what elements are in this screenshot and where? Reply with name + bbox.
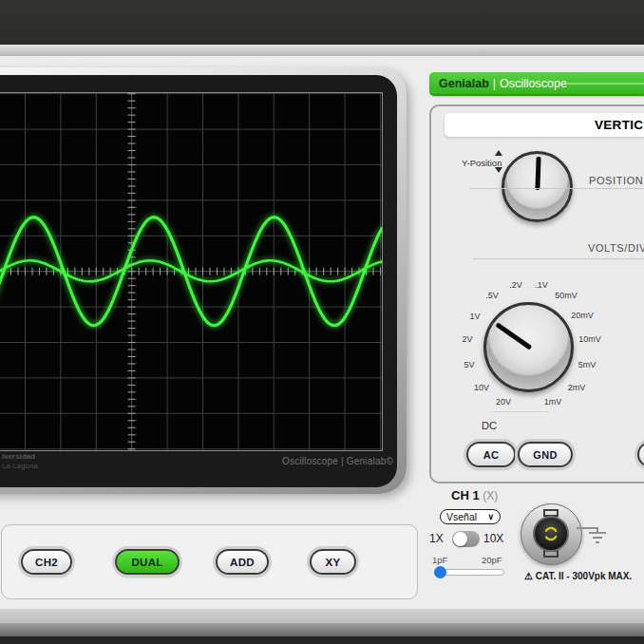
dial-label-p2V[interactable]: .2V (509, 280, 522, 290)
position-label: POSITION (589, 175, 643, 186)
coupling-divider (491, 411, 549, 412)
y-position-knob-pointer (535, 157, 540, 190)
dial-label-2mV[interactable]: 2mV (568, 383, 586, 392)
dial-label-20mV[interactable]: 20mV (571, 311, 594, 320)
y-position-knob[interactable] (502, 151, 573, 222)
bottom-metal-strip (0, 609, 644, 623)
volts-div-divider (472, 258, 644, 259)
university-watermark: iversidad La Laguna (2, 452, 38, 471)
channel-title: CH 1 (X) (451, 488, 498, 502)
dial-label-5mV[interactable]: 5mV (578, 360, 597, 369)
vertical-panel-titlebar: VERTICAL (445, 113, 644, 137)
channel-name: CH 1 (451, 488, 480, 502)
y-position-knob-rotor (503, 153, 571, 220)
dial-label-5V[interactable]: 5V (464, 360, 474, 369)
probe-1x-label: 1X (429, 532, 444, 545)
bottom-shadow-strip (0, 623, 644, 636)
dial-label-1V[interactable]: 1V (469, 312, 480, 321)
vertical-panel-title: VERTICAL (595, 118, 644, 132)
channel-axis: (X) (483, 489, 498, 502)
app-brand: Genialab (439, 77, 489, 90)
volts-div-knob-pointer (495, 323, 532, 350)
position-divider (470, 188, 644, 189)
y-position-down-arrow-icon[interactable] (495, 167, 502, 173)
cap-min-label: 1pF (432, 555, 447, 565)
coupling-button-ac[interactable]: AC (466, 442, 516, 467)
signal-select[interactable]: Vseñal ∨ (440, 509, 501, 524)
mode-button-ch2[interactable]: CH2 (21, 549, 72, 575)
cap-slider-knob[interactable] (434, 566, 446, 578)
app-separator: | (493, 77, 496, 90)
dial-label-20V[interactable]: 20V (496, 397, 511, 407)
volts-div-knob[interactable] (483, 302, 574, 392)
mode-button-dual[interactable]: DUAL (115, 549, 180, 575)
dial-label-1mV[interactable]: 1mV (544, 397, 562, 407)
bottom-dark-strip (0, 636, 644, 644)
cat-warning: ⚠ CAT. II - 300Vpk MAX. (524, 571, 632, 581)
bnc-rotate-icon (542, 525, 559, 542)
dial-label-2V[interactable]: 2V (462, 334, 472, 344)
probe-toggle-knob[interactable] (453, 532, 467, 546)
top-metal-strip (0, 45, 644, 56)
top-dark-bar (0, 0, 644, 45)
dial-label-10V[interactable]: 10V (474, 383, 489, 392)
screen-brand-caption: Oscilloscope | Genialab© (282, 456, 393, 466)
scope-screen (0, 92, 383, 451)
watermark-line1: iversidad (2, 452, 35, 461)
y-position-up-arrow-icon[interactable] (495, 150, 502, 156)
signal-select-value: Vseñal (446, 511, 477, 522)
probe-10x-label: 10X (483, 532, 503, 545)
mode-button-xy[interactable]: XY (310, 549, 356, 575)
volts-div-label: VOLTS/DIV (588, 242, 644, 254)
watermark-line2: La Laguna (2, 462, 38, 470)
cap-max-label: 20pF (482, 555, 502, 565)
chevron-down-icon: ∨ (487, 512, 494, 521)
dial-label-p5V[interactable]: .5V (485, 291, 499, 300)
app-title: Oscilloscope (500, 77, 567, 90)
header-rule (566, 83, 644, 85)
coupling-button-gnd[interactable]: GND (518, 442, 573, 467)
coupling-state-label: DC (482, 420, 497, 431)
dial-label-10mV[interactable]: 10mV (578, 334, 601, 344)
ground-icon (577, 521, 613, 546)
scope-trace-canvas (0, 93, 382, 450)
dial-label-50mV[interactable]: 50mV (555, 291, 578, 300)
mode-button-add[interactable]: ADD (216, 549, 269, 575)
mode-button-panel: CH2DUALADDXY (1, 524, 418, 599)
dial-label-p1V[interactable]: .1V (535, 280, 548, 290)
